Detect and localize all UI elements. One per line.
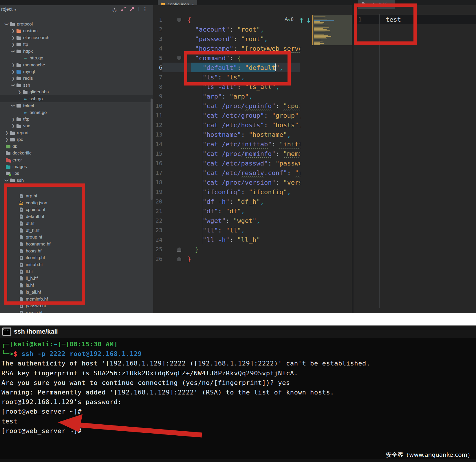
- tree-item-protocol[interactable]: ❯protocol: [0, 21, 153, 28]
- code-line-13[interactable]: "hostname": "hostname",: [187, 130, 300, 139]
- prev-occurrence-icon[interactable]: ↑: [299, 17, 304, 24]
- chevron-collapsed-icon[interactable]: ❯: [17, 90, 22, 94]
- tree-item-rpc[interactable]: ❯rpc: [0, 136, 153, 143]
- code-line-26[interactable]: }: [187, 254, 300, 264]
- tree-item-telnet-go[interactable]: ∞telnet.go: [0, 109, 153, 116]
- tree-item-elasticsearch[interactable]: ❯elasticsearch: [0, 34, 153, 41]
- code-line-14[interactable]: "cat /etc/inittab": "initta: [187, 139, 300, 149]
- chevron-collapsed-icon[interactable]: ❯: [5, 131, 9, 135]
- error-folder-icon: [6, 158, 11, 162]
- chevron-collapsed-icon[interactable]: ❯: [11, 124, 15, 128]
- tree-item-ssh-go[interactable]: ∞ssh.go: [0, 95, 153, 102]
- project-panel-title[interactable]: roject ▼: [1, 7, 17, 12]
- line-number-6: 6: [153, 63, 162, 72]
- tree-item-label: telnet: [23, 103, 34, 108]
- expand-all-icon[interactable]: [121, 6, 126, 11]
- tree-item-label: ssh: [17, 178, 24, 183]
- tree-item-label: db: [12, 144, 17, 149]
- tree-item-images[interactable]: images: [0, 163, 153, 170]
- line-number-10: 10: [153, 101, 162, 111]
- tree-item-label: telnet.go: [30, 110, 47, 115]
- tree-item-report[interactable]: ❯report: [0, 129, 153, 136]
- more-options-icon[interactable]: ⋮: [142, 6, 147, 12]
- code-line-18[interactable]: "cat /proc/version": "versi: [187, 178, 300, 187]
- code-line-1[interactable]: {: [187, 15, 300, 25]
- tree-item-memcache[interactable]: ❯memcache: [0, 61, 153, 68]
- code-line-11[interactable]: "cat /etc/group": "group",: [187, 111, 300, 120]
- sidebar-scrollbar-thumb[interactable]: [151, 99, 153, 200]
- chevron-collapsed-icon[interactable]: ❯: [11, 42, 15, 47]
- folder-icon: [17, 29, 21, 33]
- line-number-9: 9: [153, 92, 162, 101]
- chevron-collapsed-icon[interactable]: ❯: [5, 137, 9, 142]
- tree-item-httpx[interactable]: ❯httpx: [0, 48, 153, 55]
- tree-item-mysql[interactable]: ❯mysql: [0, 68, 153, 75]
- code-line-9[interactable]: "arp": "arp",: [187, 92, 300, 101]
- tree-item-http-go[interactable]: ∞http.go: [0, 54, 153, 61]
- terminal-line-5: Are you sure you want to continue connec…: [1, 378, 473, 388]
- line-number-25: 25: [153, 245, 162, 254]
- code-minimap[interactable]: [312, 15, 352, 45]
- line-number-1: 1: [153, 15, 162, 25]
- right-editor-pane[interactable]: [354, 5, 476, 313]
- code-line-24[interactable]: "ll -h": "ll_h": [187, 235, 300, 245]
- code-line-16[interactable]: "cat /etc/passwd": "passwd": [187, 159, 300, 168]
- folder-icon: [17, 83, 21, 88]
- tree-item-db[interactable]: db: [0, 143, 153, 150]
- chevron-expanded-icon[interactable]: ❯: [11, 49, 15, 54]
- code-line-12[interactable]: "cat /etc/hosts": "hosts",: [187, 120, 300, 130]
- next-occurrence-icon[interactable]: ↓: [306, 17, 311, 24]
- folder-icon: [10, 137, 15, 142]
- tree-item-label: ssh.go: [30, 96, 43, 101]
- chevron-collapsed-icon[interactable]: ❯: [11, 76, 15, 81]
- tree-item-redis[interactable]: ❯redis: [0, 75, 153, 82]
- tree-item-tftp[interactable]: ❯tftp: [0, 116, 153, 123]
- tree-item-ssh[interactable]: ❯ssh: [0, 82, 153, 89]
- tree-item-telnet[interactable]: ❯telnet: [0, 102, 153, 109]
- tree-item-dockerfile[interactable]: dockerfile: [0, 150, 153, 157]
- project-panel-header: roject ▼ ◎ | ⋮: [0, 5, 153, 14]
- folder-icon: [17, 117, 21, 121]
- tree-item-gliderlabs[interactable]: ❯gliderlabs: [0, 88, 153, 95]
- libs-folder-icon: [6, 171, 11, 176]
- chevron-collapsed-icon[interactable]: ❯: [11, 70, 15, 74]
- tree-item-label: mysql: [23, 69, 35, 74]
- chevron-collapsed-icon[interactable]: ❯: [11, 29, 15, 33]
- tree-item-label: elasticsearch: [23, 35, 49, 40]
- code-line-15[interactable]: "cat /proc/meminfo": "memin: [187, 149, 300, 159]
- chevron-collapsed-icon[interactable]: ❯: [11, 36, 15, 40]
- tree-item-custom[interactable]: ❯custom: [0, 27, 153, 34]
- chevron-expanded-icon[interactable]: ❯: [11, 83, 15, 88]
- chevron-collapsed-icon[interactable]: ❯: [11, 63, 15, 67]
- terminal-title: ssh /home/kali: [14, 328, 58, 335]
- code-line-20[interactable]: "df -h": "df_h",: [187, 197, 300, 206]
- folder-icon: [23, 90, 28, 94]
- code-line-25[interactable]: }: [187, 245, 300, 254]
- tree-item-libs[interactable]: libs: [0, 170, 153, 177]
- chevron-expanded-icon[interactable]: ❯: [5, 22, 9, 26]
- terminal-line-7: root@192.168.1.129's password:: [1, 397, 473, 407]
- code-line-17[interactable]: "cat /etc/resolv.conf": "re: [187, 168, 300, 178]
- chevron-expanded-icon[interactable]: ❯: [5, 178, 9, 183]
- terminal-line-2: └─>$ ssh -p 2222 root@192.168.1.129: [1, 349, 473, 359]
- code-line-19[interactable]: "ifconfig": "ifconfig",: [187, 187, 300, 197]
- terminal-title-bar: ssh /home/kali: [0, 325, 476, 338]
- locate-file-icon[interactable]: ◎: [112, 7, 117, 13]
- collapse-all-icon[interactable]: [130, 6, 135, 11]
- console-icon: [2, 328, 11, 336]
- tree-item-error[interactable]: error: [0, 157, 153, 163]
- code-line-21[interactable]: "df": "df",: [187, 206, 300, 216]
- code-line-22[interactable]: "wget": "wget",: [187, 216, 300, 225]
- line-number-11: 11: [153, 111, 162, 120]
- tree-item-vnc[interactable]: ❯vnc: [0, 122, 153, 129]
- file-item-resolv-hf[interactable]: resolv.hf: [0, 309, 153, 313]
- tree-item-ssh[interactable]: ❯ssh: [0, 177, 153, 184]
- code-line-3[interactable]: "password": "root",: [187, 34, 300, 44]
- chevron-expanded-icon[interactable]: ❯: [11, 103, 15, 108]
- chevron-down-icon: ▼: [14, 8, 17, 11]
- chevron-collapsed-icon[interactable]: ❯: [11, 117, 15, 121]
- tree-item-ftp[interactable]: ❯ftp: [0, 41, 153, 48]
- code-line-10[interactable]: "cat /proc/cpuinfo": "cpuin: [187, 101, 300, 111]
- code-line-23[interactable]: "ll": "ll",: [187, 225, 300, 235]
- code-line-2[interactable]: "account": "root",: [187, 25, 300, 34]
